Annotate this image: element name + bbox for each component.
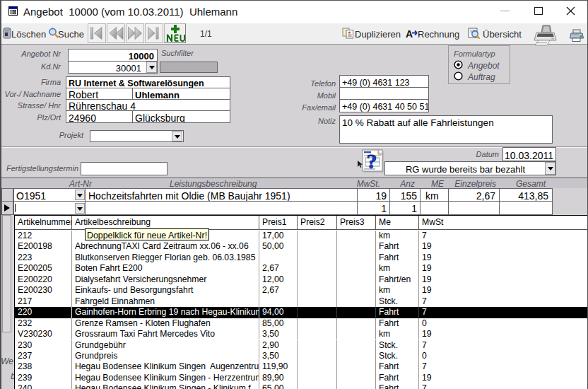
svg-text:?: ? [367,149,377,173]
